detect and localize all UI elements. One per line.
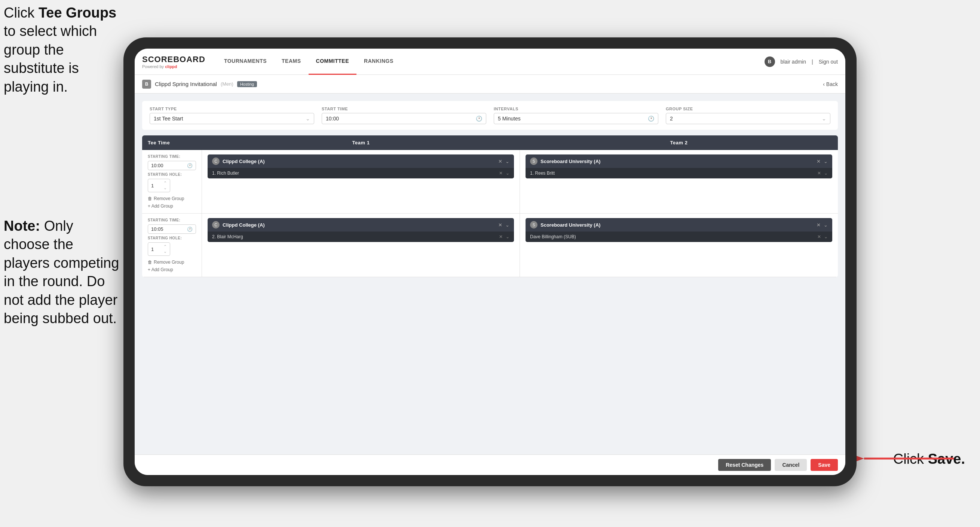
team-close-icon-1-2[interactable]: ✕	[498, 222, 502, 228]
nav-rankings[interactable]: RANKINGS	[356, 49, 401, 75]
tablet-shell: SCOREBOARD Powered by clippd TOURNAMENTS…	[123, 37, 857, 486]
player-controls-2-1: ✕ ⌄	[817, 170, 828, 176]
intervals-group: Intervals 5 Minutes 🕐	[494, 107, 658, 124]
team-card-header-1-2: C Clippd College (A) ✕ ⌄	[208, 218, 514, 231]
team2-cell-1: S Scoreboard University (A) ✕ ⌄ 1. Rees …	[520, 150, 838, 213]
player-close-icon-2-1[interactable]: ✕	[817, 170, 821, 176]
time-controls-2: STARTING TIME: 10:05 🕐 STARTING HOLE: 1 …	[142, 213, 202, 277]
main-content: Start Type 1st Tee Start ⌄ Start Time 10…	[135, 94, 845, 454]
logo-powered: Powered by clippd	[142, 64, 205, 69]
group-size-label: Group Size	[666, 107, 830, 111]
player-name-1-1: 1. Rich Butler	[212, 170, 496, 176]
player-name-2-2: Dave Billingham (SUB)	[530, 234, 814, 239]
nav-pipe: |	[812, 59, 813, 65]
form-row: Start Type 1st Tee Start ⌄ Start Time 10…	[142, 101, 838, 130]
tee-table: Tee Time Team 1 Team 2 STARTING TIME: 10…	[142, 135, 838, 277]
start-time-icon: 🕐	[476, 116, 482, 121]
time-input-1[interactable]: 10:00 🕐	[148, 161, 196, 170]
player-expand-icon-1-1[interactable]: ⌄	[506, 170, 509, 176]
logo-scoreboard: SCOREBOARD	[142, 55, 205, 64]
team-icon-2-1: S	[530, 158, 538, 165]
team1-cell-2: C Clippd College (A) ✕ ⌄ 2. Blair McHarg	[202, 213, 520, 277]
team-card-2-1: S Scoreboard University (A) ✕ ⌄ 1. Rees …	[525, 154, 832, 178]
nav-committee[interactable]: COMMITTEE	[309, 49, 357, 75]
cancel-button[interactable]: Cancel	[775, 459, 807, 471]
start-type-label: Start Type	[150, 107, 314, 111]
start-time-group: Start Time 10:00 🕐	[322, 107, 486, 124]
player-close-icon-1-1[interactable]: ✕	[499, 170, 503, 176]
group-size-control[interactable]: 2 ⌄	[666, 113, 830, 124]
player-row-2-1: 1. Rees Britt ✕ ⌄	[525, 168, 832, 178]
add-group-btn-2[interactable]: + Add Group	[148, 267, 196, 272]
group-row-1: STARTING TIME: 10:00 🕐 STARTING HOLE: 1 …	[142, 150, 838, 213]
team-icon-1-2: C	[212, 221, 220, 229]
time-clock-icon-1: 🕐	[187, 163, 192, 168]
player-row-1-2: 2. Blair McHarg ✕ ⌄	[208, 231, 514, 242]
tablet-screen: SCOREBOARD Powered by clippd TOURNAMENTS…	[135, 49, 845, 475]
player-close-icon-1-2[interactable]: ✕	[499, 234, 503, 239]
team-close-icon-2-1[interactable]: ✕	[816, 159, 821, 164]
hosting-badge: Hosting	[237, 81, 257, 87]
reset-changes-button[interactable]: Reset Changes	[718, 459, 771, 471]
save-button[interactable]: Save	[811, 459, 838, 471]
nav-teams[interactable]: TEAMS	[274, 49, 309, 75]
team-close-icon-1-1[interactable]: ✕	[498, 159, 502, 164]
team-name-2-2: Scoreboard University (A)	[541, 222, 813, 228]
intervals-icon: 🕐	[648, 116, 654, 121]
team-controls-1-2: ✕ ⌄	[498, 222, 509, 228]
team-expand-icon-2-1[interactable]: ⌄	[824, 159, 828, 164]
player-row-1-1: 1. Rich Butler ✕ ⌄	[208, 168, 514, 178]
start-time-label: Start Time	[322, 107, 486, 111]
team-expand-icon-2-2[interactable]: ⌄	[824, 222, 828, 228]
player-controls-1-1: ✕ ⌄	[499, 170, 509, 176]
group-size-spinner: ⌄	[822, 116, 826, 121]
add-group-btn-1[interactable]: + Add Group	[148, 204, 196, 209]
hole-spinner-2: ⌃⌄	[164, 244, 167, 254]
nav-tournaments[interactable]: TOURNAMENTS	[216, 49, 274, 75]
sign-out-link[interactable]: Sign out	[819, 59, 838, 65]
player-expand-icon-2-1[interactable]: ⌄	[824, 170, 828, 176]
team-card-1-1: C Clippd College (A) ✕ ⌄ 1. Rich Butler	[208, 154, 514, 178]
group-section-2: STARTING TIME: 10:05 🕐 STARTING HOLE: 1 …	[142, 213, 838, 277]
action-bar: Reset Changes Cancel Save	[135, 454, 845, 475]
start-type-group: Start Type 1st Tee Start ⌄	[150, 107, 314, 124]
player-expand-icon-1-2[interactable]: ⌄	[506, 234, 509, 239]
start-type-control[interactable]: 1st Tee Start ⌄	[150, 113, 314, 124]
team-close-icon-2-2[interactable]: ✕	[816, 222, 821, 228]
team-card-2-2: S Scoreboard University (A) ✕ ⌄ Dave Bil…	[525, 218, 832, 242]
nav-bar: SCOREBOARD Powered by clippd TOURNAMENTS…	[135, 49, 845, 75]
team-controls-1-1: ✕ ⌄	[498, 159, 509, 164]
team-name-2-1: Scoreboard University (A)	[541, 159, 813, 164]
intervals-control[interactable]: 5 Minutes 🕐	[494, 113, 658, 124]
team-name-1-1: Clippd College (A)	[223, 159, 495, 164]
player-controls-1-2: ✕ ⌄	[499, 234, 509, 239]
team2-col-header: Team 2	[520, 135, 838, 150]
start-type-spinner: ⌄	[305, 116, 310, 121]
hole-input-1[interactable]: 1 ⌃⌄	[148, 179, 170, 192]
time-clock-icon-2: 🕐	[187, 227, 192, 232]
tournament-name: Clippd Spring Invitational	[155, 81, 217, 87]
start-time-control[interactable]: 10:00 🕐	[322, 113, 486, 124]
starting-hole-label-2: STARTING HOLE:	[148, 236, 196, 240]
time-input-2[interactable]: 10:05 🕐	[148, 224, 196, 234]
team-icon-1-1: C	[212, 158, 220, 165]
player-name-2-1: 1. Rees Britt	[530, 170, 814, 176]
team-expand-icon-1-1[interactable]: ⌄	[505, 159, 509, 164]
time-controls-1: STARTING TIME: 10:00 🕐 STARTING HOLE: 1 …	[142, 150, 202, 213]
nav-links: TOURNAMENTS TEAMS COMMITTEE RANKINGS	[216, 49, 765, 75]
team-card-header-1-1: C Clippd College (A) ✕ ⌄	[208, 154, 514, 168]
team-expand-icon-1-2[interactable]: ⌄	[505, 222, 509, 228]
player-close-icon-2-2[interactable]: ✕	[817, 234, 821, 239]
player-expand-icon-2-2[interactable]: ⌄	[824, 234, 828, 239]
team-icon-2-2: S	[530, 221, 538, 229]
remove-group-btn-2[interactable]: 🗑 Remove Group	[148, 260, 196, 265]
group-size-group: Group Size 2 ⌄	[666, 107, 830, 124]
back-button[interactable]: ‹ Back	[823, 81, 838, 87]
trash-icon-1: 🗑	[148, 196, 152, 201]
table-header: Tee Time Team 1 Team 2	[142, 135, 838, 150]
hole-input-2[interactable]: 1 ⌃⌄	[148, 242, 170, 256]
hole-spinner-1: ⌃⌄	[164, 181, 167, 190]
admin-avatar: B	[765, 56, 775, 67]
remove-group-btn-1[interactable]: 🗑 Remove Group	[148, 196, 196, 201]
team-controls-2-1: ✕ ⌄	[816, 159, 828, 164]
